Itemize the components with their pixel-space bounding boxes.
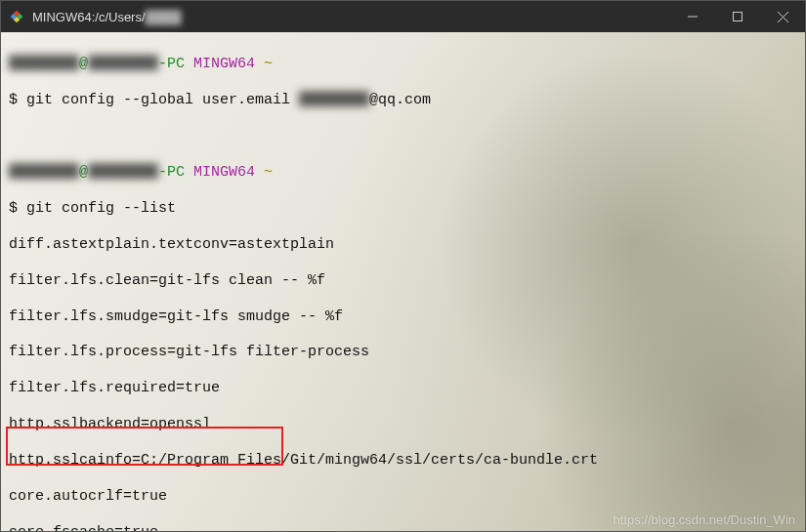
- close-button[interactable]: [760, 1, 805, 32]
- window-title: MINGW64:/c/Users/████: [32, 10, 670, 24]
- command-line: $ git config --global user.email ███████…: [9, 92, 797, 109]
- git-bash-icon: [8, 8, 25, 25]
- output-line: filter.lfs.smudge=git-lfs smudge -- %f: [9, 308, 797, 326]
- title-bar[interactable]: MINGW64:/c/Users/████: [1, 1, 805, 32]
- window-controls: [670, 1, 805, 32]
- output-line: filter.lfs.required=true: [9, 380, 797, 397]
- svg-rect-5: [734, 13, 742, 21]
- terminal-area[interactable]: ████████@████████-PC MINGW64 ~ $ git con…: [1, 32, 805, 531]
- output-line: http.sslbackend=openssl: [9, 416, 797, 433]
- output-line: core.autocrlf=true: [9, 488, 797, 506]
- output-line: filter.lfs.process=git-lfs filter-proces…: [9, 344, 797, 361]
- prompt-line: ████████@████████-PC MINGW64 ~: [9, 164, 797, 182]
- prompt-line: ████████@████████-PC MINGW64 ~: [9, 56, 797, 73]
- watermark: https://blog.csdn.net/Dustin_Win: [614, 512, 795, 527]
- maximize-button[interactable]: [715, 1, 760, 32]
- minimize-button[interactable]: [670, 1, 715, 32]
- command-line: $ git config --list: [9, 200, 797, 218]
- output-line: diff.astextplain.textconv=astextplain: [9, 236, 797, 254]
- output-line: http.sslcainfo=C:/Program Files/Git/ming…: [9, 452, 797, 470]
- output-line: filter.lfs.clean=git-lfs clean -- %f: [9, 272, 797, 290]
- terminal-output: ████████@████████-PC MINGW64 ~ $ git con…: [1, 32, 805, 531]
